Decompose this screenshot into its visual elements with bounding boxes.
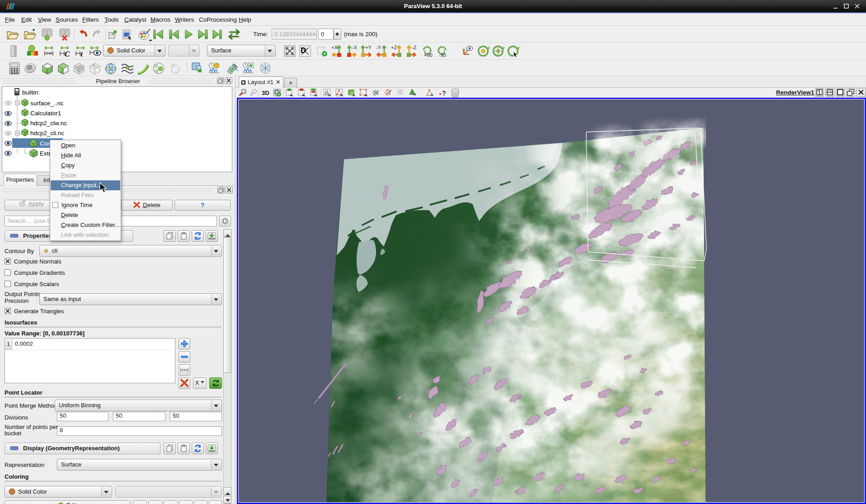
svg-text:hdcp2_cli.nc: hdcp2_cli.nc — [30, 130, 64, 137]
svg-text:D: D — [301, 46, 306, 55]
svg-text:+X: +X — [331, 45, 338, 50]
svg-text:t: t — [80, 50, 83, 57]
svg-text:3D: 3D — [262, 89, 269, 96]
svg-text:Calculator1: Calculator1 — [30, 110, 61, 117]
svg-text:surface_..nc: surface_..nc — [30, 100, 64, 107]
svg-text:?: ? — [442, 89, 446, 97]
svg-text:builtin:: builtin: — [22, 89, 40, 96]
svg-text:-Z: -Z — [412, 45, 417, 50]
svg-text:-X: -X — [352, 45, 358, 50]
svg-text:-Y: -Y — [376, 45, 381, 50]
svg-text:-90: -90 — [439, 52, 446, 57]
svg-text:hdcp2_clw.nc: hdcp2_clw.nc — [30, 120, 67, 127]
svg-text:+Z: +Z — [391, 45, 397, 50]
svg-text:+90: +90 — [424, 52, 433, 57]
svg-text:+Y: +Y — [365, 45, 372, 50]
svg-text:C: C — [65, 50, 70, 57]
